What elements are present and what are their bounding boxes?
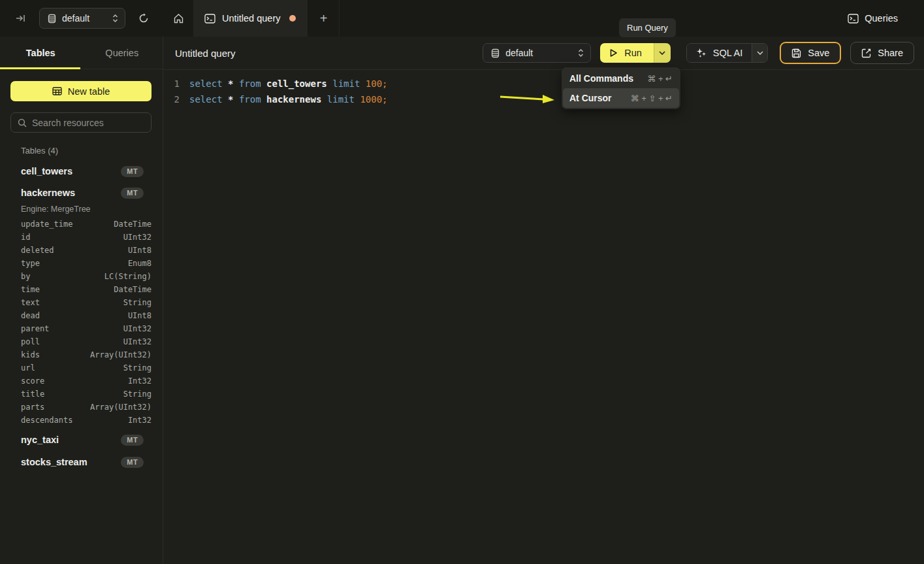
column-name: by (21, 272, 30, 281)
run-query-tooltip: Run Query (619, 18, 676, 37)
column-type: UInt32 (123, 233, 151, 242)
column-type: Array(UInt32) (90, 403, 151, 412)
chevron-down-icon (757, 51, 763, 55)
token-sp (233, 94, 238, 105)
column-row[interactable]: deletedUInt8 (21, 244, 151, 257)
tab-untitled-query[interactable]: Untitled query (194, 0, 308, 37)
token-sp (327, 78, 332, 89)
toolbar-actions: default Run (483, 42, 914, 64)
column-name: url (21, 363, 35, 373)
token-sp (321, 94, 327, 105)
table-row-nyc-taxi[interactable]: nyc_taxi MT (21, 432, 144, 448)
queries-button[interactable]: Queries (848, 13, 898, 24)
sql-ai-caret[interactable] (752, 44, 767, 62)
column-row[interactable]: textString (21, 296, 151, 309)
column-name: parent (21, 324, 49, 333)
topbar-database-selector[interactable]: default (39, 8, 125, 29)
column-type: DateTime (114, 285, 151, 294)
refresh-button[interactable] (136, 10, 151, 26)
top-bar: default (0, 0, 924, 37)
tables-section-label: Tables (4) (21, 146, 163, 156)
token-sp (223, 78, 228, 89)
table-row-stocks-stream[interactable]: stocks_stream MT (21, 454, 144, 470)
column-row[interactable]: kidsArray(UInt32) (21, 348, 151, 361)
column-row[interactable]: pollUInt32 (21, 335, 151, 348)
column-type: UInt32 (123, 337, 151, 346)
sidebar-tab-tables[interactable]: Tables (0, 37, 82, 69)
table-row-cell-towers[interactable]: cell_towers MT (21, 163, 144, 179)
token-sp (360, 78, 365, 89)
table-name: stocks_stream (21, 457, 88, 467)
menu-item-label: All Commands (569, 73, 633, 84)
code-text: select * from hackernews limit 1000; (189, 94, 388, 105)
column-type: LC(String) (104, 272, 151, 281)
table-name: hackernews (21, 188, 75, 198)
menu-item-all-commands[interactable]: All Commands⌘ + ↵ (563, 69, 679, 88)
token-sp (261, 78, 266, 89)
engine-label: Engine: MergeTree (21, 205, 163, 214)
toolbar-database-value: default (505, 48, 533, 58)
chevron-updown-icon (578, 48, 584, 58)
new-tab-button[interactable]: + (308, 0, 340, 37)
column-row[interactable]: titleString (21, 388, 151, 401)
token-sp (223, 94, 228, 105)
column-row[interactable]: urlString (21, 361, 151, 374)
new-table-label: New table (68, 86, 110, 97)
column-name: descendants (21, 416, 72, 425)
column-type: String (123, 298, 151, 307)
token-kw: limit (327, 94, 355, 105)
column-type: DateTime (114, 220, 151, 229)
tab-home[interactable] (163, 0, 194, 37)
queries-label: Queries (865, 13, 898, 24)
search-box (10, 112, 151, 133)
sidebar-tab-queries[interactable]: Queries (82, 37, 163, 69)
column-row[interactable]: idUInt32 (21, 231, 151, 244)
column-row[interactable]: descendantsInt32 (21, 414, 151, 427)
share-icon (861, 48, 871, 58)
query-toolbar: Untitled query default (163, 37, 924, 70)
column-row[interactable]: deadUInt8 (21, 309, 151, 322)
sql-ai-button[interactable]: SQL AI (687, 44, 752, 62)
sql-editor[interactable]: 1select * from cell_towers limit 100;2se… (163, 70, 924, 564)
collapse-sidebar-button[interactable] (13, 11, 29, 25)
column-name: dead (21, 311, 40, 320)
column-row[interactable]: parentUInt32 (21, 322, 151, 335)
toolbar-database-selector[interactable]: default (483, 43, 591, 63)
column-type: String (123, 390, 151, 399)
tooltip-label: Run Query (627, 23, 668, 33)
column-name: update_time (21, 220, 72, 229)
column-type: Int32 (128, 416, 151, 425)
column-type: Array(UInt32) (90, 350, 151, 359)
column-row[interactable]: scoreInt32 (21, 374, 151, 388)
table-row-hackernews[interactable]: hackernews MT (21, 185, 144, 201)
column-row[interactable]: byLC(String) (21, 270, 151, 283)
column-row[interactable]: typeEnum8 (21, 257, 151, 270)
token-kw: select (189, 94, 223, 105)
column-row[interactable]: timeDateTime (21, 283, 151, 296)
column-type: UInt8 (128, 311, 151, 320)
run-button[interactable]: Run (600, 43, 654, 63)
column-type: UInt8 (128, 246, 151, 255)
sparkles-icon (696, 48, 707, 58)
run-label: Run (624, 48, 642, 58)
share-button[interactable]: Share (850, 42, 914, 64)
token-ident: cell_towers (266, 78, 327, 89)
column-row[interactable]: partsArray(UInt32) (21, 401, 151, 414)
tab-strip: Untitled query + Queries (163, 0, 924, 37)
save-button[interactable]: Save (780, 42, 841, 64)
token-kw: from (239, 78, 261, 89)
top-bar-left: default (0, 0, 163, 37)
code-line: 1select * from cell_towers limit 100; (163, 76, 924, 91)
menu-item-at-cursor[interactable]: At Cursor⌘ + ⇧ + ↵ (563, 88, 679, 108)
column-name: score (21, 376, 44, 386)
sidebar-tabs: Tables Queries (0, 37, 163, 69)
token-num: 1000 (360, 94, 382, 105)
column-row[interactable]: update_timeDateTime (21, 218, 151, 231)
save-icon (791, 48, 801, 58)
run-options-caret[interactable] (654, 43, 671, 63)
column-type: UInt32 (123, 324, 151, 333)
play-icon (609, 48, 618, 58)
search-input[interactable] (32, 118, 144, 128)
new-table-button[interactable]: New table (10, 81, 151, 101)
query-title: Untitled query (175, 48, 236, 59)
